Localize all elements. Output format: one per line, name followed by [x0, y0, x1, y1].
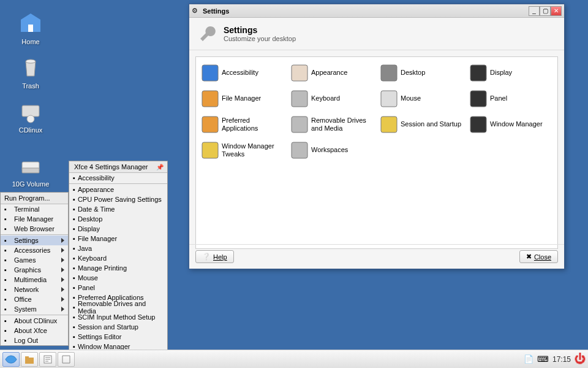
setting-icon: ▪: [73, 284, 75, 291]
taskbar: 📄 ⌨ 17:15 ⏻: [0, 350, 588, 368]
menu-item-file-manager[interactable]: ▪File Manager: [1, 214, 68, 224]
submenu-item-settings-editor[interactable]: ▪Settings Editor: [69, 332, 167, 342]
setting-icon: ▪: [73, 255, 75, 262]
minimize-button[interactable]: _: [529, 6, 540, 16]
svg-rect-9: [470, 65, 486, 81]
desktop-icon-volume[interactable]: 10G Volume: [6, 153, 55, 188]
submenu-item-keyboard[interactable]: ▪Keyboard: [69, 253, 167, 263]
taskbar-launcher-2[interactable]: [39, 352, 56, 367]
svg-rect-10: [202, 91, 218, 107]
tray-icon-1[interactable]: 📄: [524, 355, 533, 364]
setting-desktop[interactable]: Desktop: [377, 62, 466, 84]
cdrom-icon: [18, 99, 43, 124]
setting-mouse[interactable]: Mouse: [377, 88, 466, 110]
clock[interactable]: 17:15: [552, 355, 571, 364]
close-icon: ✖: [526, 253, 532, 261]
menu-item-terminal[interactable]: ▪Terminal: [1, 204, 68, 214]
setting-preferred-applications[interactable]: Preferred Applications: [198, 113, 287, 136]
wrench-icon: [198, 24, 217, 44]
svg-rect-13: [470, 91, 486, 107]
submenu-item-session-and-startup[interactable]: ▪Session and Startup: [69, 322, 167, 332]
menu-separator: [1, 234, 68, 235]
power-button-icon[interactable]: ⏻: [575, 353, 586, 366]
desktop-icon-cdlinux[interactable]: CDlinux: [6, 99, 55, 134]
app-icon: ▪: [4, 337, 12, 344]
setting-icon: [290, 141, 309, 159]
menu-item-multimedia[interactable]: ▪Multimedia: [1, 275, 68, 285]
submenu-item-date-time[interactable]: ▪Date & Time: [69, 204, 167, 214]
menu-item-office[interactable]: ▪Office: [1, 294, 68, 304]
maximize-button[interactable]: ▢: [540, 6, 551, 16]
submenu-item-cpu-power-saving-settings[interactable]: ▪CPU Power Saving Settings: [69, 194, 167, 204]
menu-item-web-browser[interactable]: ▪Web Browser: [1, 224, 68, 234]
menu-item-network[interactable]: ▪Network: [1, 285, 68, 294]
setting-workspaces[interactable]: Workspaces: [288, 139, 376, 161]
submenu-item-panel[interactable]: ▪Panel: [69, 283, 167, 293]
setting-icon: ▪: [73, 323, 75, 331]
chevron-right-icon: [61, 307, 64, 312]
setting-removable-drives-and-media[interactable]: Removable Drives and Media: [288, 113, 376, 136]
submenu-item-display[interactable]: ▪Display: [69, 224, 167, 234]
submenu-item-accessibility[interactable]: ▪Accessibility: [69, 173, 167, 183]
submenu-item-removable-drives-and-media[interactable]: ▪Removable Drives and Media: [69, 302, 167, 312]
submenu-item-manage-printing[interactable]: ▪Manage Printing: [69, 263, 167, 273]
menu-item-about-cdlinux[interactable]: ▪About CDlinux: [1, 316, 68, 326]
menu-item-system[interactable]: ▪System: [1, 304, 68, 314]
setting-appearance[interactable]: Appearance: [288, 62, 376, 84]
svg-rect-17: [470, 117, 486, 132]
setting-window-manager-tweaks[interactable]: Window Manager Tweaks: [198, 139, 287, 161]
svg-rect-5: [22, 168, 39, 173]
taskbar-launcher-1[interactable]: [21, 352, 38, 367]
menu-item-games[interactable]: ▪Games: [1, 255, 68, 265]
tray-icon-2[interactable]: ⌨: [537, 355, 549, 364]
desktop-icon-trash[interactable]: Trash: [6, 55, 55, 90]
setting-icon: ▪: [73, 304, 75, 311]
svg-rect-12: [381, 91, 397, 107]
setting-icon: [469, 115, 488, 134]
submenu-item-mouse[interactable]: ▪Mouse: [69, 273, 167, 283]
menu-item-about-xfce[interactable]: ▪About Xfce: [1, 326, 68, 335]
home-folder-icon: [18, 11, 43, 36]
chevron-right-icon: [61, 267, 64, 272]
setting-panel[interactable]: Panel: [467, 88, 555, 110]
setting-keyboard[interactable]: Keyboard: [288, 88, 376, 110]
close-button[interactable]: ✕: [551, 6, 562, 16]
close-button-footer[interactable]: ✖ Close: [519, 250, 558, 263]
submenu-item-file-manager[interactable]: ▪File Manager: [69, 234, 167, 243]
titlebar[interactable]: ⚙ Settings _ ▢ ✕: [189, 4, 564, 18]
setting-window-manager[interactable]: Window Manager: [467, 113, 555, 136]
app-icon: ▪: [4, 296, 12, 303]
trash-icon: [18, 55, 43, 80]
svg-rect-19: [292, 142, 307, 158]
help-button[interactable]: ❔ Help: [195, 250, 234, 263]
submenu-item-java[interactable]: ▪Java: [69, 243, 167, 253]
setting-icon: [201, 115, 219, 134]
setting-accessibility[interactable]: Accessibility: [198, 62, 287, 84]
setting-icon: ▪: [73, 225, 75, 232]
setting-file-manager[interactable]: File Manager: [198, 88, 287, 110]
setting-session-and-startup[interactable]: Session and Startup: [377, 113, 466, 136]
setting-display[interactable]: Display: [467, 62, 555, 84]
menu-item-settings[interactable]: ▪Settings: [1, 236, 68, 245]
app-icon: ▪: [4, 317, 12, 324]
menu-item-accessories[interactable]: ▪Accessories: [1, 245, 68, 255]
start-button[interactable]: [2, 352, 20, 367]
desktop-icon-home[interactable]: Home: [6, 11, 55, 45]
menu-item-run-program[interactable]: Run Program...: [1, 193, 68, 204]
submenu-item-desktop[interactable]: ▪Desktop: [69, 214, 167, 224]
setting-icon: ▪: [73, 205, 75, 213]
svg-rect-14: [202, 117, 218, 132]
submenu-item-appearance[interactable]: ▪Appearance: [69, 185, 167, 194]
submenu-item-scim-input-method-setup[interactable]: ▪SCIM Input Method Setup: [69, 312, 167, 322]
app-icon: ▪: [4, 305, 12, 313]
setting-icon: [201, 64, 219, 82]
menu-item-graphics[interactable]: ▪Graphics: [1, 265, 68, 275]
submenu-title[interactable]: Xfce 4 Settings Manager 📌: [69, 161, 167, 173]
menu-item-log-out[interactable]: ▪Log Out: [1, 335, 68, 345]
setting-icon: ▪: [73, 313, 75, 321]
taskbar-launcher-3[interactable]: [58, 352, 75, 367]
app-icon: ▪: [4, 286, 12, 293]
svg-rect-0: [28, 25, 33, 32]
app-icon: ▪: [4, 247, 12, 254]
page-title: Settings: [224, 25, 296, 35]
